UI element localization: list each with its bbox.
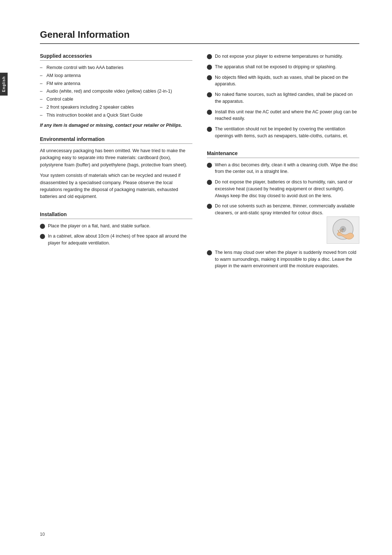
bullet-icon [207, 127, 212, 132]
left-column: Supplied accessories Remote control with… [40, 53, 192, 280]
bullet-icon [40, 224, 45, 229]
safety-item-4: Install this unit near the AC outlet and… [215, 109, 359, 122]
safety-item-1: The apparatus shall not be exposed to dr… [215, 64, 336, 70]
page: English General Information Supplied acc… [0, 0, 392, 555]
maintenance-item-1: Do not expose the player, batteries or d… [215, 179, 359, 199]
safety-section: Do not expose your player to extreme tem… [207, 53, 359, 143]
maintenance-item-3: The lens may cloud over when the player … [215, 249, 359, 270]
list-item: In a cabinet, allow about 10cm (4 inches… [40, 233, 192, 247]
two-column-layout: Supplied accessories Remote control with… [40, 53, 359, 280]
supplied-accessories-title: Supplied accessories [40, 53, 192, 61]
list-item: Audio (white, red) and composite video (… [40, 88, 192, 95]
list-item: Control cable [40, 96, 192, 103]
list-item: Place the player on a flat, hard, and st… [40, 223, 192, 230]
list-item: Remote control with two AAA batteries [40, 64, 192, 71]
safety-item-2: No objects filled with liquids, such as … [215, 74, 359, 88]
missing-item-notice: If any item is damaged or missing, conta… [40, 122, 192, 129]
list-item: FM wire antenna [40, 80, 192, 87]
list-item: The lens may cloud over when the player … [207, 249, 359, 270]
installation-section: Installation Place the player on a flat,… [40, 211, 192, 250]
maintenance-title: Maintenance [207, 150, 359, 158]
installation-title: Installation [40, 211, 192, 219]
bullet-icon [207, 250, 212, 255]
installation-item-1: Place the player on a flat, hard, and st… [48, 223, 150, 230]
bullet-icon [207, 204, 212, 209]
bullet-icon [207, 54, 212, 59]
installation-item-2: In a cabinet, allow about 10cm (4 inches… [48, 233, 192, 247]
list-item: AM loop antenna [40, 72, 192, 79]
supplied-accessories-section: Supplied accessories Remote control with… [40, 53, 192, 129]
bullet-icon [207, 163, 212, 168]
safety-list: Do not expose your player to extreme tem… [207, 53, 359, 139]
list-item: Do not use solvents such as benzene, thi… [207, 203, 359, 246]
env-paragraph-2: Your system consists of materials which … [40, 172, 192, 200]
page-number: 10 [40, 532, 45, 537]
list-item: The apparatus shall not be exposed to dr… [207, 64, 359, 70]
environmental-information-section: Environmental information All unnecessar… [40, 136, 192, 204]
list-item: No objects filled with liquids, such as … [207, 74, 359, 88]
safety-item-3: No naked flame sources, such as lighted … [215, 91, 359, 105]
accessories-list: Remote control with two AAA batteries AM… [40, 64, 192, 118]
svg-point-2 [342, 228, 344, 230]
bullet-icon [207, 92, 212, 97]
list-item: No naked flame sources, such as lighted … [207, 91, 359, 105]
bullet-icon [207, 180, 212, 185]
environmental-information-title: Environmental information [40, 136, 192, 144]
bullet-icon [207, 75, 212, 80]
list-item: Do not expose your player to extreme tem… [207, 53, 359, 60]
safety-item-0: Do not expose your player to extreme tem… [215, 53, 343, 60]
bullet-icon [207, 65, 212, 70]
list-item: When a disc becomes dirty, clean it with… [207, 162, 359, 175]
maintenance-list: When a disc becomes dirty, clean it with… [207, 162, 359, 270]
maintenance-section: Maintenance When a disc becomes dirty, c… [207, 150, 359, 274]
list-item: Install this unit near the AC outlet and… [207, 109, 359, 122]
list-item: 2 front speakers including 2 speaker cab… [40, 104, 192, 111]
list-item: The ventilation should not be impeded by… [207, 126, 359, 139]
env-paragraph-1: All unnecessary packaging has been omitt… [40, 147, 192, 169]
bullet-icon [40, 234, 45, 239]
disc-cleaning-image [327, 216, 359, 244]
safety-item-5: The ventilation should not be impeded by… [215, 126, 359, 139]
bullet-icon [207, 110, 212, 115]
maintenance-item-0: When a disc becomes dirty, clean it with… [215, 162, 359, 175]
list-item: Do not expose the player, batteries or d… [207, 179, 359, 199]
page-title: General Information [40, 29, 359, 44]
list-item: This instruction booklet and a Quick Sta… [40, 112, 192, 119]
maintenance-item-2: Do not use solvents such as benzene, thi… [215, 203, 359, 246]
language-tab: English [0, 73, 8, 96]
installation-list: Place the player on a flat, hard, and st… [40, 223, 192, 247]
right-column: Do not expose your player to extreme tem… [207, 53, 359, 280]
